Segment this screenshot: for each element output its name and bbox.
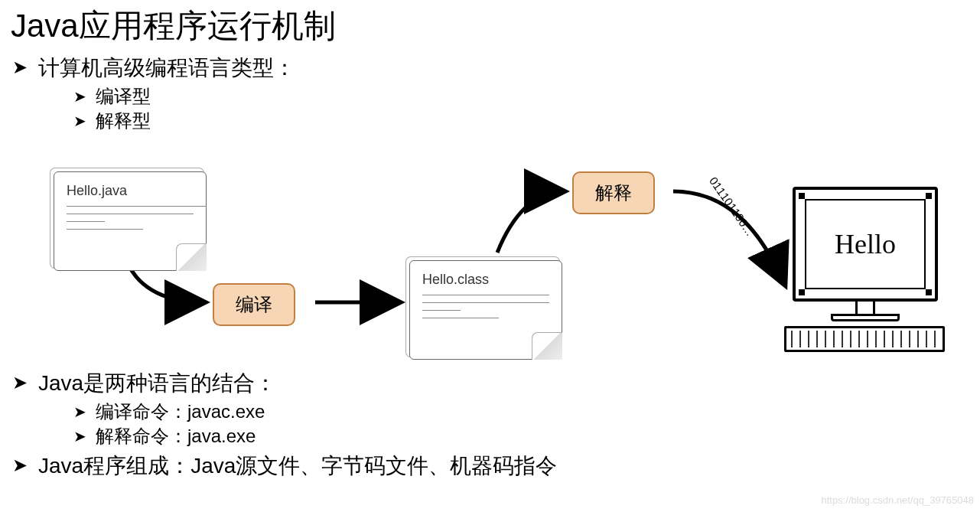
- section1-item-1: ➤ 解释型: [73, 109, 980, 133]
- bullet-arrow-icon: ➤: [12, 57, 28, 78]
- monitor-icon: Hello: [793, 187, 938, 302]
- watermark: https://blog.csdn.net/qq_39765048: [822, 494, 975, 506]
- section1-item-label: 编译型: [96, 84, 151, 109]
- section2-item-1: ➤ 解释命令：java.exe: [73, 424, 980, 448]
- bullet-arrow-icon: ➤: [73, 403, 86, 421]
- compile-label: 编译: [236, 294, 272, 315]
- screen-output: Hello: [805, 199, 926, 289]
- section2-item-label: 解释命令：java.exe: [96, 424, 256, 448]
- bullet-arrow-icon: ➤: [73, 427, 86, 445]
- bullet-arrow-icon: ➤: [12, 372, 28, 393]
- section1-heading: ➤ 计算机高级编程语言类型：: [12, 54, 980, 83]
- interpret-label: 解释: [595, 182, 632, 203]
- section1-item-0: ➤ 编译型: [73, 84, 980, 109]
- source-file-label: Hello.java: [67, 183, 194, 199]
- source-file-icon: Hello.java: [54, 171, 207, 271]
- computer-icon: Hello: [788, 187, 941, 355]
- flow-diagram: Hello.java 编译 Hello.class 解释 011101100… …: [0, 153, 979, 367]
- bullet-arrow-icon: ➤: [73, 112, 86, 130]
- section2-item-label: 编译命令：javac.exe: [96, 399, 265, 424]
- class-file-label: Hello.class: [422, 272, 549, 288]
- class-file-icon: Hello.class: [409, 260, 562, 360]
- section2-item-0: ➤ 编译命令：javac.exe: [73, 399, 980, 424]
- section1-text: 计算机高级编程语言类型：: [38, 54, 295, 83]
- interpret-step-box: 解释: [572, 171, 655, 214]
- section3-text: Java程序组成：Java源文件、字节码文件、机器码指令: [38, 452, 557, 481]
- keyboard-icon: [784, 326, 945, 352]
- section1-item-label: 解释型: [96, 109, 151, 133]
- bullet-arrow-icon: ➤: [73, 87, 86, 106]
- section2-text: Java是两种语言的结合：: [38, 369, 276, 398]
- bullet-arrow-icon: ➤: [12, 455, 28, 476]
- compile-step-box: 编译: [213, 283, 295, 326]
- section3-heading: ➤ Java程序组成：Java源文件、字节码文件、机器码指令: [12, 452, 980, 481]
- section2-heading: ➤ Java是两种语言的结合：: [12, 369, 980, 398]
- page-title: Java应用程序运行机制: [11, 5, 980, 47]
